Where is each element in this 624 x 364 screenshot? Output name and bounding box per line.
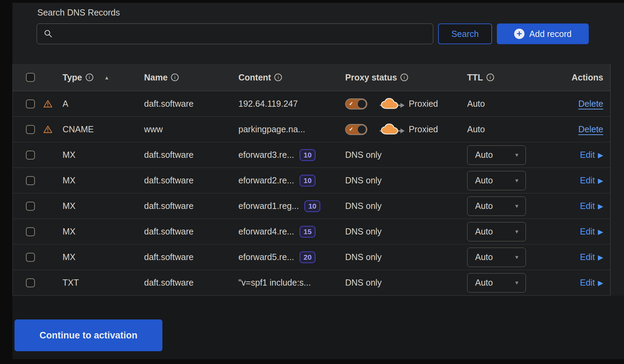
record-type: TXT [60, 278, 141, 288]
record-content: 192.64.119.247 [238, 99, 298, 109]
row-checkbox[interactable] [26, 253, 35, 262]
edit-label: Edit [580, 150, 595, 160]
record-name: daft.software [141, 278, 233, 288]
select-all-checkbox[interactable] [26, 73, 35, 82]
proxy-status-label: Proxied [409, 99, 438, 109]
edit-label: Edit [580, 201, 595, 211]
proxy-status-label: DNS only [345, 278, 382, 288]
info-icon[interactable]: i [171, 74, 179, 81]
priority-badge: 15 [300, 226, 315, 238]
caret-down-icon: ▼ [514, 229, 519, 234]
edit-button[interactable]: Edit ▶ [580, 175, 603, 185]
edit-arrow-icon: ▶ [598, 151, 603, 159]
info-icon[interactable]: i [274, 74, 282, 81]
add-record-button[interactable]: + Add record [497, 23, 589, 44]
record-name: daft.software [141, 175, 233, 185]
record-type: CNAME [60, 124, 141, 134]
sort-ascending-icon[interactable]: ▲ [104, 75, 110, 80]
info-icon[interactable]: i [86, 74, 93, 81]
edit-label: Edit [580, 175, 595, 185]
column-header-label: Actions [571, 73, 603, 83]
column-header-label: Name [144, 73, 168, 83]
edit-button[interactable]: Edit ▶ [580, 278, 603, 288]
ttl-dropdown[interactable]: Auto ▼ [467, 248, 526, 267]
search-input-wrapper [37, 23, 433, 44]
record-ttl: Auto [462, 99, 534, 109]
proxy-toggle[interactable]: ✓ [345, 98, 367, 109]
ttl-dropdown[interactable]: Auto ▼ [467, 197, 526, 216]
column-header-name: Name i [141, 73, 233, 83]
record-content: eforward3.re... [238, 150, 294, 160]
row-checkbox[interactable] [26, 202, 35, 211]
record-type: MX [60, 175, 141, 185]
priority-badge: 10 [300, 175, 315, 186]
record-content: parkingpage.na... [238, 124, 305, 134]
record-content: eforward2.re... [238, 175, 294, 185]
record-type: MX [60, 150, 141, 160]
continue-to-activation-button[interactable]: Continue to activation [15, 319, 162, 351]
delete-button[interactable]: Delete [578, 99, 603, 109]
record-type: MX [60, 201, 141, 211]
warning-icon [43, 125, 53, 134]
column-header-label: Content [238, 73, 271, 83]
dns-records-table: Type i ▲ Name i Content i Proxy status i… [12, 64, 611, 296]
record-name: daft.software [141, 201, 233, 211]
proxy-status-label: DNS only [345, 252, 382, 262]
proxy-status-label: DNS only [345, 201, 382, 211]
edit-arrow-icon: ▶ [598, 253, 603, 261]
edit-button[interactable]: Edit ▶ [580, 201, 603, 211]
dns-record-row: TXT daft.software "v=spf1 include:s... D… [13, 270, 610, 295]
proxy-status-label: DNS only [345, 175, 382, 185]
priority-badge: 10 [304, 200, 320, 212]
column-header-type[interactable]: Type i ▲ [60, 73, 141, 83]
warning-icon [43, 99, 53, 108]
edit-label: Edit [580, 227, 595, 237]
edit-button[interactable]: Edit ▶ [580, 252, 603, 262]
ttl-dropdown[interactable]: Auto ▼ [467, 145, 526, 165]
column-header-ttl: TTL i [462, 73, 534, 83]
ttl-dropdown[interactable]: Auto ▼ [467, 222, 526, 241]
edit-label: Edit [580, 252, 595, 262]
edit-arrow-icon: ▶ [598, 228, 603, 236]
row-checkbox[interactable] [26, 99, 35, 108]
proxied-cloud-icon [378, 123, 405, 136]
record-name: www [141, 124, 233, 134]
edit-arrow-icon: ▶ [598, 202, 603, 210]
edit-button[interactable]: Edit ▶ [580, 150, 603, 160]
proxy-status-label: DNS only [345, 227, 382, 237]
ttl-value: Auto [475, 227, 493, 237]
caret-down-icon: ▼ [514, 203, 519, 209]
proxy-toggle[interactable]: ✓ [345, 124, 367, 135]
row-checkbox[interactable] [26, 176, 35, 185]
dns-record-row: MX daft.software eforward3.re... 10 DNS … [13, 142, 610, 167]
row-checkbox[interactable] [26, 278, 35, 287]
check-icon: ✓ [349, 126, 353, 132]
toggle-knob [357, 125, 366, 134]
search-input[interactable] [53, 24, 433, 44]
toggle-knob [357, 99, 366, 108]
search-button[interactable]: Search [438, 23, 492, 44]
row-checkbox[interactable] [26, 151, 35, 160]
info-icon[interactable]: i [400, 74, 408, 81]
edit-arrow-icon: ▶ [598, 279, 603, 287]
ttl-dropdown[interactable]: Auto ▼ [467, 171, 526, 190]
column-header-proxy-status: Proxy status i [338, 73, 462, 83]
ttl-value: Auto [475, 278, 493, 288]
record-name: daft.software [141, 252, 233, 262]
check-icon: ✓ [349, 100, 353, 107]
edit-button[interactable]: Edit ▶ [580, 227, 603, 237]
ttl-dropdown[interactable]: Auto ▼ [467, 273, 526, 293]
delete-button[interactable]: Delete [578, 124, 603, 134]
dns-management-panel: Search DNS Records Search + Add record T… [12, 3, 624, 296]
edit-arrow-icon: ▶ [598, 176, 603, 185]
add-record-label: Add record [529, 29, 571, 39]
proxied-cloud-icon [378, 97, 405, 111]
record-content: eforward5.re... [238, 252, 294, 262]
priority-badge: 10 [300, 149, 315, 161]
ttl-value: Auto [475, 201, 493, 211]
row-checkbox[interactable] [26, 125, 35, 134]
info-icon[interactable]: i [486, 74, 494, 81]
ttl-value: Auto [475, 252, 493, 262]
row-checkbox[interactable] [26, 227, 35, 236]
caret-down-icon: ▼ [514, 152, 519, 158]
